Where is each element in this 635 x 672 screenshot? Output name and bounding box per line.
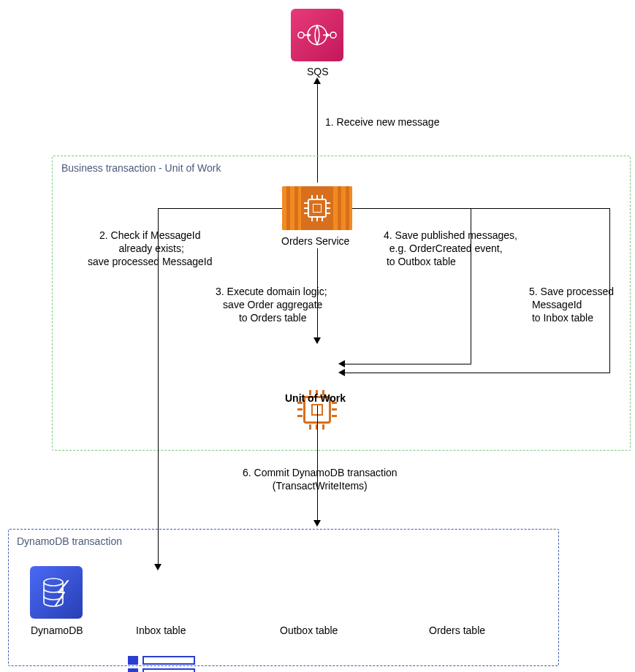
dynamodb-box-title: DynamoDB transaction (17, 535, 122, 547)
dynamodb-box (8, 529, 559, 666)
svg-marker-6 (327, 33, 330, 37)
business-box-title: Business transaction - Unit of Work (61, 162, 221, 174)
step3-label: 3. Execute domain logic; save Order aggr… (216, 285, 327, 325)
inbox-table-icon (128, 656, 195, 672)
step1-label: 1. Receive new message (325, 115, 439, 129)
step4-label: 4. Save published messages, e.g. OrderCr… (384, 229, 517, 269)
svg-marker-4 (308, 33, 311, 37)
outbox-table-label: Outbox table (280, 624, 338, 637)
svg-point-7 (44, 579, 63, 586)
unit-of-work-label: Unit of Work (285, 392, 346, 405)
svg-point-1 (298, 32, 304, 38)
dynamodb-icon (30, 566, 83, 619)
step5-label: 5. Save processed MessageId to Inbox tab… (529, 285, 614, 325)
svg-point-2 (330, 32, 336, 38)
orders-service-label: Orders Service (281, 234, 349, 248)
step2-label: 2. Check if MessageId already exists; sa… (88, 229, 212, 269)
orders-table-label: Orders table (429, 624, 485, 637)
step6-label: 6. Commit DynamoDB transaction (Transact… (243, 466, 398, 492)
dynamodb-label: DynamoDB (31, 624, 83, 637)
sqs-icon (291, 9, 343, 61)
sqs-label: SQS (307, 65, 329, 78)
orders-service-icon (282, 186, 352, 230)
inbox-table-label: Inbox table (136, 624, 186, 637)
